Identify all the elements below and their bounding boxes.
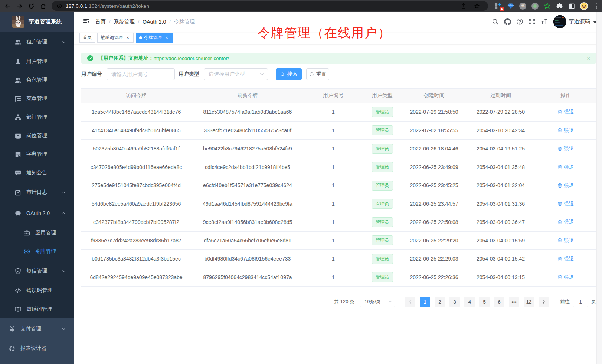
tab-close-icon[interactable]: × [125,35,130,40]
cell-refresh-token: be90422b8c7946218275a508bf524fc9 [191,146,304,152]
sidebar-item-user[interactable]: 用户管理 [0,52,74,71]
sidebar-item-label: 报表设计器 [20,345,46,352]
sidebar-item-post[interactable]: 岗位管理 [0,126,74,145]
sidebar-item-tree-table[interactable]: 菜单管理 [0,89,74,108]
extension-command-icon[interactable]: ⌘ [519,3,526,10]
sidebar-item-token[interactable]: 令牌管理 [0,242,74,261]
sidebar-item-tree[interactable]: 部门管理 [0,108,74,126]
page-button-1[interactable]: 1 [420,297,430,307]
check-circle-icon [87,55,93,61]
breadcrumb-item[interactable]: OAuth 2.0 [143,19,166,25]
browser-home-icon[interactable] [40,3,46,9]
sidebar-item-robot[interactable]: OAuth 2.0 [0,203,74,224]
sidebar-item-yen[interactable]: 支付管理 [0,318,74,339]
alert-link[interactable]: https://doc.iocoder.cn/user-center/ [154,56,229,61]
tree-icon [15,114,21,120]
alert-close-icon[interactable]: × [587,55,590,62]
breadcrumb-item[interactable]: 首页 [95,19,106,25]
user-id-input[interactable] [111,71,170,77]
breadcrumb-item[interactable]: 系统管理 [114,19,135,25]
cell-access-token: f9336e7c7dd242a283ee98dc86b17a87 [81,238,191,244]
force-logout-button[interactable]: 强退 [557,164,574,171]
force-logout-button[interactable]: 强退 [557,237,574,244]
user-menu[interactable]: 芋道源码 [553,15,597,28]
cell-action: 强退 [535,255,596,262]
page-button-4[interactable]: 4 [464,297,475,307]
force-logout-button[interactable]: 强退 [557,255,574,262]
address-bar[interactable]: 127.0.0.1:1024/system/oauth2/token [52,1,488,11]
app-logo[interactable]: 芋道管理系统 [0,12,74,32]
url-text[interactable]: 127.0.0.1:1024/system/oauth2/token [66,3,149,9]
force-logout-button[interactable]: 强退 [557,127,574,134]
cell-refresh-token: 333ecfc71e02480cb11055c875c3ca0f [191,128,304,133]
page-button-5[interactable]: 5 [479,297,490,307]
sidebar-item-app[interactable]: 应用管理 [0,224,74,242]
extension-workona-icon[interactable]: 9 [495,3,502,10]
cell-refresh-token: 8796295f04064c2983414cc54af1097a [191,274,304,280]
table-header-row: 访问令牌刷新令牌用户编号用户类型创建时间过期时间操作 [81,89,596,103]
bookmark-star-icon[interactable] [474,3,480,9]
page-button-3[interactable]: 3 [449,297,460,307]
cell-created: 2022-06-25 22:29:03 [402,256,466,262]
tab-active[interactable]: 令牌管理× [136,33,173,43]
cell-expires: 2054-03-04 01:32:04 [466,182,535,188]
tab-close-icon[interactable]: × [164,35,169,40]
browser-forward-icon[interactable] [16,3,23,9]
cell-created: 2022-07-02 18:55:55 [402,128,466,133]
goto-suffix: 页 [591,298,596,305]
sidebar-item-book[interactable]: 敏感词管理 [0,300,74,318]
tab-item[interactable]: 首页 [79,33,95,43]
reset-button[interactable]: 重置 [306,68,329,80]
page-button-2[interactable]: 2 [435,297,445,307]
share-icon[interactable] [461,3,467,9]
sidebar-item-peoples[interactable]: 角色管理 [0,71,74,89]
extension-darkmode-icon[interactable] [568,3,575,10]
cell-user-type: 管理员 [363,181,402,191]
hamburger-icon[interactable] [74,19,95,24]
search-button[interactable]: 搜索 [276,68,302,80]
search-icon[interactable] [492,18,499,25]
extension-gem-icon[interactable] [507,3,514,10]
site-info-icon[interactable] [57,3,62,9]
force-logout-button[interactable]: 强退 [557,109,574,115]
page-button-12[interactable]: 12 [524,297,534,307]
sidebar-item-peoples[interactable]: 租户管理 [0,32,74,52]
force-logout-button[interactable]: 强退 [557,145,574,152]
cell-created: 2022-06-25 23:49:09 [402,164,466,170]
page-button-6[interactable]: 6 [494,297,504,307]
browser-scrollbar[interactable] [596,12,602,364]
goto-page-input[interactable] [573,297,588,307]
sidebar-item-message[interactable]: 通知公告 [0,163,74,182]
prev-page-button[interactable] [405,297,415,307]
browser-profile-avatar[interactable] [580,3,588,10]
user-type-select[interactable]: 请选择用户类型 [204,68,268,80]
sidebar-item-log[interactable]: 审计日志 [0,182,74,203]
cell-user-type: 管理员 [363,107,402,117]
page-size-select[interactable]: 10条/页 [360,297,395,307]
next-page-button[interactable] [539,297,549,307]
browser-back-icon[interactable] [4,3,11,9]
cell-user-type: 管理员 [363,254,402,264]
sidebar-item-dict[interactable]: 字典管理 [0,145,74,163]
fullscreen-icon[interactable] [529,18,536,25]
chevron-up-icon [62,211,66,215]
chevron-down-icon [388,300,392,304]
browser-reload-icon[interactable] [28,3,35,9]
extensions-puzzle-icon[interactable] [556,3,563,10]
force-logout-button[interactable]: 强退 [557,274,574,281]
force-logout-button[interactable]: 强退 [557,182,574,189]
tab-item[interactable]: 敏感词管理× [97,33,134,43]
force-logout-button[interactable]: 强退 [557,201,574,207]
sidebar-item-code[interactable]: 错误码管理 [0,281,74,300]
sidebar-item-report[interactable]: 报表设计器 [0,339,74,358]
more-pages-button[interactable]: ••• [509,297,519,307]
sidebar-item-shield[interactable]: 短信管理 [0,261,74,281]
extension-recorder-icon[interactable] [531,3,539,10]
browser-menu-icon[interactable] [592,3,601,9]
github-icon[interactable] [504,18,511,25]
extension-star-icon[interactable] [544,3,551,10]
force-logout-button[interactable]: 强退 [557,219,574,225]
fontsize-icon[interactable] [541,18,548,25]
sidebar-item-label: 错误码管理 [26,287,52,294]
help-icon[interactable] [516,18,523,25]
